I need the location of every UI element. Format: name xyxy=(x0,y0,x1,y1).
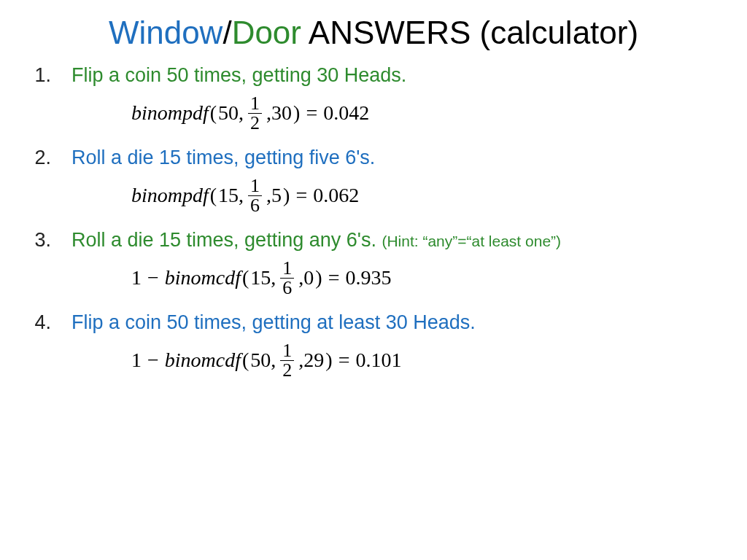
item-number: 3. xyxy=(29,229,71,252)
fraction: 12 xyxy=(280,341,294,380)
title-slash: / xyxy=(222,15,231,50)
formula: binompdf(15,16,5)=0.062 xyxy=(131,172,718,219)
item-number: 1. xyxy=(29,64,71,87)
equals-sign: = xyxy=(295,184,307,207)
result-value: 0.101 xyxy=(355,349,401,372)
formula: 1−binomcdf(50,12,29)=0.101 xyxy=(131,337,718,384)
frac-denominator: 2 xyxy=(280,361,294,380)
equals-sign: = xyxy=(338,349,350,372)
list-item: 4.Flip a coin 50 times, getting at least… xyxy=(29,311,718,384)
list-item: 1.Flip a coin 50 times, getting 30 Heads… xyxy=(29,64,718,136)
title-word-window: Window xyxy=(109,15,223,50)
frac-denominator: 2 xyxy=(248,114,262,133)
param-k: ,5 xyxy=(266,184,282,207)
equals-sign: = xyxy=(328,266,340,289)
param-n: 15, xyxy=(218,184,244,207)
frac-numerator: 1 xyxy=(280,259,294,279)
fraction: 16 xyxy=(280,259,294,298)
question-text: Roll a die 15 times, getting any 6's. (H… xyxy=(71,229,561,252)
title-rest: ANSWERS (calculator) xyxy=(301,15,638,50)
hint-text: (Hint: “any”=“at least one”) xyxy=(382,233,561,249)
frac-numerator: 1 xyxy=(248,94,262,114)
list-item: 3.Roll a die 15 times, getting any 6's. … xyxy=(29,229,718,301)
param-n: 50, xyxy=(218,101,244,125)
close-paren: ) xyxy=(325,349,332,372)
param-k: ,29 xyxy=(298,349,324,372)
minus-sign: − xyxy=(147,349,159,372)
param-n: 50, xyxy=(250,349,276,372)
formula: 1−binomcdf(15,16,0)=0.935 xyxy=(131,254,718,301)
param-k: ,30 xyxy=(266,101,292,125)
result-value: 0.042 xyxy=(323,101,369,125)
close-paren: ) xyxy=(283,184,290,207)
result-value: 0.935 xyxy=(345,266,391,289)
minus-sign: − xyxy=(147,266,159,289)
question-text: Flip a coin 50 times, getting 30 Heads. xyxy=(71,64,406,87)
question-text: Roll a die 15 times, getting five 6's. xyxy=(71,147,375,169)
question-row: 4.Flip a coin 50 times, getting at least… xyxy=(29,311,718,334)
function-name: binompdf xyxy=(131,101,209,125)
question-text: Flip a coin 50 times, getting at least 3… xyxy=(71,311,476,334)
formula-prefix: 1 xyxy=(131,266,142,289)
frac-numerator: 1 xyxy=(280,341,294,361)
item-number: 4. xyxy=(29,311,71,334)
close-paren: ) xyxy=(315,266,322,289)
frac-denominator: 6 xyxy=(248,196,262,215)
param-n: 15, xyxy=(250,266,276,289)
frac-denominator: 6 xyxy=(280,279,294,298)
fraction: 16 xyxy=(248,176,262,215)
frac-numerator: 1 xyxy=(248,176,262,196)
open-paren: ( xyxy=(210,101,217,125)
formula: binompdf(50,12,30)=0.042 xyxy=(131,90,718,136)
function-name: binompdf xyxy=(131,184,209,207)
list-item: 2.Roll a die 15 times, getting five 6's.… xyxy=(29,147,718,219)
open-paren: ( xyxy=(242,266,249,289)
function-name: binomcdf xyxy=(165,266,241,289)
slide-title: Window/Door ANSWERS (calculator) xyxy=(29,15,718,51)
formula-prefix: 1 xyxy=(131,349,142,372)
param-k: ,0 xyxy=(298,266,314,289)
open-paren: ( xyxy=(210,184,217,207)
equals-sign: = xyxy=(306,101,317,125)
result-value: 0.062 xyxy=(313,184,359,207)
function-name: binomcdf xyxy=(165,349,241,372)
item-number: 2. xyxy=(29,147,71,169)
close-paren: ) xyxy=(293,101,300,125)
question-row: 3.Roll a die 15 times, getting any 6's. … xyxy=(29,229,718,252)
open-paren: ( xyxy=(242,349,249,372)
fraction: 12 xyxy=(248,94,262,133)
question-row: 1.Flip a coin 50 times, getting 30 Heads… xyxy=(29,64,718,87)
question-row: 2.Roll a die 15 times, getting five 6's. xyxy=(29,147,718,169)
title-word-door: Door xyxy=(232,15,301,50)
